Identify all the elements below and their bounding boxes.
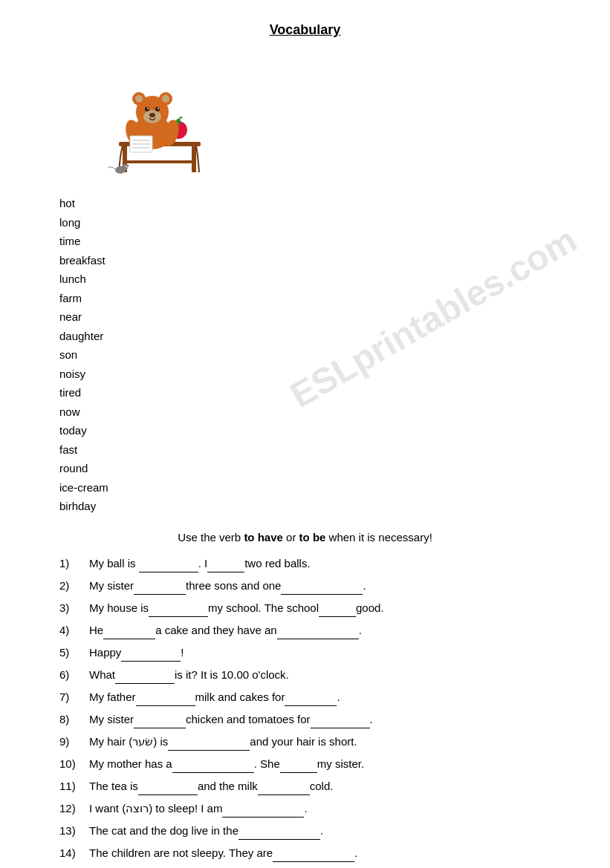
blank[interactable] — [319, 605, 356, 617]
blank[interactable] — [139, 561, 198, 572]
vocab-item: lunch — [59, 270, 565, 289]
page-title: Vocabulary — [45, 22, 565, 38]
svg-point-16 — [145, 107, 149, 111]
blank[interactable] — [258, 783, 310, 795]
blank[interactable] — [273, 850, 354, 862]
exercise-10: 10) My mother has a. Shemy sister. — [59, 755, 565, 773]
exercise-3: 3) My house ismy school. The schoolgood. — [59, 599, 565, 617]
svg-point-14 — [162, 95, 169, 102]
svg-point-12 — [135, 95, 143, 102]
svg-point-30 — [127, 165, 129, 166]
blank[interactable] — [134, 583, 186, 595]
vocab-item: hot — [59, 194, 565, 213]
svg-point-19 — [158, 108, 159, 109]
exercise-7: 7) My fathermilk and cakes for. — [59, 688, 565, 706]
vocab-item: time — [59, 232, 565, 251]
svg-rect-3 — [126, 160, 193, 163]
bear-illustration — [74, 53, 208, 186]
exercise-6: 6) Whatis it? It is 10.00 o'clock. — [59, 666, 565, 684]
vocab-item: today — [59, 421, 565, 440]
exercise-4: 4) Hea cake and they have an. — [59, 621, 565, 639]
blank[interactable] — [121, 650, 181, 662]
blank[interactable] — [285, 694, 337, 706]
vocab-item: son — [59, 345, 565, 365]
svg-rect-2 — [192, 146, 196, 172]
exercise-5: 5) Happy! — [59, 644, 565, 662]
vocab-item: round — [59, 459, 565, 478]
exercise-11: 11) The tea isand the milkcold. — [59, 777, 565, 795]
blank[interactable] — [281, 583, 363, 595]
blank[interactable] — [239, 828, 320, 840]
blank[interactable] — [172, 761, 254, 773]
blank[interactable] — [222, 806, 304, 818]
vocab-item: fast — [59, 440, 565, 460]
vocab-item: near — [59, 307, 565, 327]
vocab-item: farm — [59, 289, 565, 308]
exercise-2: 2) My sisterthree sons and one. — [59, 577, 565, 595]
svg-point-18 — [147, 108, 149, 109]
vocab-item: breakfast — [59, 251, 565, 270]
instruction-text: Use the verb to have or to be when it is… — [45, 531, 565, 544]
exercise-9: 9) My hair (שׂער) isand your hair is sho… — [59, 733, 565, 751]
blank[interactable] — [280, 761, 317, 773]
svg-point-20 — [149, 113, 155, 117]
vocab-item: long — [59, 213, 565, 232]
blank[interactable] — [103, 627, 155, 639]
vocab-item: ice-cream — [59, 478, 565, 497]
blank[interactable] — [136, 694, 195, 706]
exercise-14: 14) The children are not sleepy. They ar… — [59, 844, 565, 862]
blank[interactable] — [277, 627, 359, 639]
bold-be: to be — [299, 531, 326, 544]
exercise-12: 12) I want (רוצה) to sleep! I am. — [59, 800, 565, 818]
blank[interactable] — [138, 783, 198, 795]
vocab-item: now — [59, 402, 565, 422]
vocab-item: birhday — [59, 497, 565, 516]
exercise-1: 1) My ball is . Itwo red balls. — [59, 555, 565, 572]
exercise-13: 13) The cat and the dog live in the. — [59, 822, 565, 840]
bold-have: to have — [244, 531, 283, 544]
blank[interactable] — [311, 717, 370, 728]
vocab-item: noisy — [59, 365, 565, 384]
blank[interactable] — [207, 561, 244, 572]
svg-point-17 — [155, 107, 160, 111]
vocabulary-list: hot long time breakfast lunch farm near … — [59, 194, 565, 516]
blank[interactable] — [168, 739, 250, 751]
exercises-section: 1) My ball is . Itwo red balls. 2) My si… — [59, 555, 565, 869]
vocab-item: tired — [59, 383, 565, 402]
blank[interactable] — [115, 672, 175, 684]
exercise-8: 8) My sisterchicken and tomatoes for. — [59, 711, 565, 728]
blank[interactable] — [149, 605, 208, 617]
blank[interactable] — [134, 717, 186, 728]
vocab-item: daughter — [59, 327, 565, 346]
